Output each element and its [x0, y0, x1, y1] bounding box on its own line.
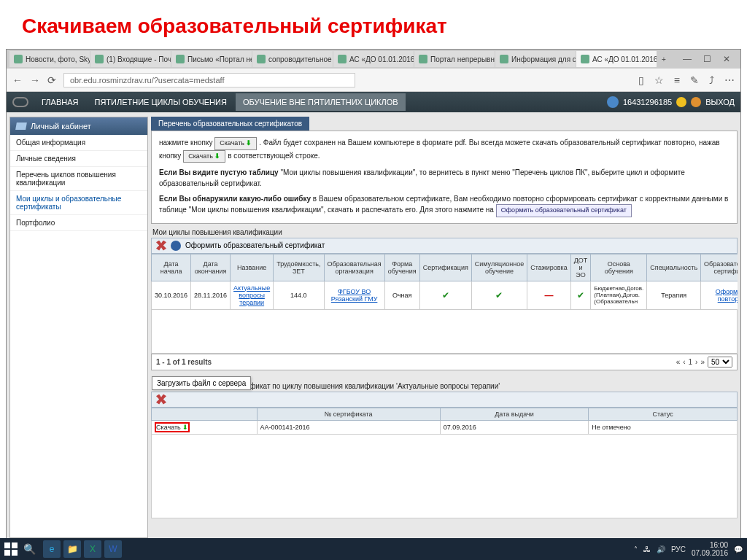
edge-icon[interactable]: e	[43, 540, 61, 558]
notes-icon[interactable]: ✎	[690, 74, 699, 86]
url-input[interactable]: obr.edu.rosminzdrav.ru/?usercata=medstaf…	[63, 73, 355, 88]
tab-favicon-icon	[338, 55, 347, 63]
col-start[interactable]: Дата начала	[152, 254, 191, 281]
browser-tab-active[interactable]: АС «ДО 01.01.2016✕	[576, 51, 657, 67]
new-tab-button[interactable]: +	[657, 55, 670, 63]
help-icon[interactable]	[691, 97, 701, 107]
tab-favicon-icon	[581, 55, 589, 63]
download-button-inline[interactable]: Скачать ⬇	[214, 137, 257, 150]
cancel-icon[interactable]	[156, 394, 166, 405]
browser-tab[interactable]: сопроводительное пи	[252, 51, 333, 67]
info-text: нажмите кнопку	[159, 139, 214, 147]
sidebar-item-portfolio[interactable]: Портфолио	[10, 215, 147, 231]
col-certnum[interactable]: № сертификата	[257, 408, 440, 420]
info-box: нажмите кнопку Скачать ⬇ . Файл будет со…	[151, 131, 738, 224]
col-cert[interactable]: Сертификация	[419, 254, 471, 281]
col-spec[interactable]: Специальность	[647, 254, 701, 281]
section-tab[interactable]: Перечень образовательных сертификатов	[151, 117, 309, 131]
word-icon[interactable]: W	[104, 540, 122, 558]
cell-certstatus: Не отмечено	[589, 420, 738, 434]
col-org[interactable]: Образовательная организация	[324, 254, 384, 281]
share-icon[interactable]: ⤴	[709, 74, 714, 86]
browser-tab[interactable]: (1) Входящие - Почта	[90, 51, 171, 67]
pager-results: 1 - 1 of 1 results	[156, 358, 212, 366]
hub-icon[interactable]: ≡	[674, 74, 680, 86]
back-icon[interactable]: ←	[12, 74, 23, 86]
feedback-icon[interactable]	[676, 97, 686, 107]
pager-last-icon[interactable]: »	[700, 358, 705, 366]
tooltip: Загрузить файл с сервера	[152, 376, 251, 390]
notification-icon[interactable]: 💬	[734, 545, 743, 553]
table-row[interactable]: 30.10.2016 28.11.2016 Актуальные вопросы…	[152, 281, 738, 309]
browser-tab[interactable]: Информация для спе	[495, 51, 576, 67]
cell-form: Очная	[384, 281, 419, 309]
nav-five-year-cycles[interactable]: ПЯТИЛЕТНИЕ ЦИКЛЫ ОБУЧЕНИЯ	[87, 93, 233, 111]
cell-basis: Бюджетная,Догов.(Платная),Догов.(Образов…	[591, 281, 647, 309]
exit-button[interactable]: ВЫХОД	[705, 98, 735, 106]
forward-icon[interactable]: →	[30, 74, 40, 86]
app-content: Личный кабинет Общая информация Личные с…	[7, 112, 740, 542]
sidebar: Личный кабинет Общая информация Личные с…	[9, 117, 148, 538]
network-icon[interactable]: 🖧	[643, 545, 651, 553]
col-sim[interactable]: Симуляционное обучение	[471, 254, 527, 281]
issue-cert-button[interactable]: Оформить образовательный сертификат	[185, 241, 325, 249]
col-zet[interactable]: Трудоёмкость, ЗЕТ	[274, 254, 324, 281]
table-row[interactable]: Скачать ⬇ АА-000141-2016 07.09.2016 Не о…	[152, 420, 738, 434]
col-name[interactable]: Название	[231, 254, 274, 281]
pagesize-select[interactable]: 50	[708, 357, 732, 368]
col-form[interactable]: Форма обучения	[384, 254, 419, 281]
slide-title: Скачиваем образовательный сертификат	[0, 0, 747, 49]
pager-first-icon[interactable]: «	[676, 358, 681, 366]
action-icon[interactable]	[171, 241, 181, 251]
reading-mode-icon[interactable]: ▯	[638, 74, 644, 86]
reissue-link[interactable]: Оформить повторно	[716, 288, 738, 303]
tray-up-icon[interactable]: ˄	[634, 545, 638, 553]
window-minimize-icon[interactable]: —	[683, 54, 692, 64]
dash-icon: —	[544, 290, 553, 300]
tab-label: АС «ДО 01.01.2016	[592, 55, 657, 63]
explorer-icon[interactable]: 📁	[63, 540, 81, 558]
reissue-cert-link[interactable]: Оформить образовательный сертификат	[496, 204, 632, 217]
browser-tab[interactable]: Письмо «Портал непр	[171, 51, 252, 67]
nav-outside-cycles[interactable]: ОБУЧЕНИЕ ВНЕ ПЯТИЛЕТНИХ ЦИКЛОВ	[236, 93, 406, 111]
col-educert[interactable]: Образовательный сертификат	[701, 254, 738, 281]
org-link[interactable]: ФГБОУ ВО Рязанский ГМУ	[331, 288, 378, 303]
volume-icon[interactable]: 🔊	[657, 545, 665, 553]
info-bold: Если Вы видите пустую таблицу	[159, 168, 279, 176]
browser-tab[interactable]: Новости, фото, Skype,	[9, 51, 90, 67]
col-end[interactable]: Дата окончания	[191, 254, 231, 281]
browser-tab[interactable]: АС «ДО 01.01.2016(се)	[333, 51, 414, 67]
col-dot[interactable]: ДОТ и ЭО	[570, 254, 591, 281]
sidebar-item-personal[interactable]: Личные сведения	[10, 151, 147, 167]
sidebar-item-my-cycles[interactable]: Мои циклы и образовательные сертификаты	[10, 191, 147, 215]
refresh-icon[interactable]: ⟳	[47, 74, 56, 86]
nav-main[interactable]: ГЛАВНАЯ	[34, 93, 85, 111]
pager-prev-icon[interactable]: ‹	[683, 358, 685, 366]
more-icon[interactable]: ⋯	[724, 74, 735, 86]
cancel-icon[interactable]	[156, 241, 166, 251]
cell-spec: Терапия	[647, 281, 701, 309]
cycles-table: Дата начала Дата окончания Название Труд…	[151, 254, 738, 310]
favorites-icon[interactable]: ☆	[654, 74, 664, 86]
download-cert-button[interactable]: Скачать ⬇	[155, 422, 190, 432]
col-certstatus[interactable]: Статус	[589, 408, 738, 420]
col-intern[interactable]: Стажировка	[527, 254, 571, 281]
window-close-icon[interactable]: ✕	[723, 54, 730, 64]
tab-favicon-icon	[14, 55, 23, 63]
pager-next-icon[interactable]: ›	[695, 358, 697, 366]
download-button-inline[interactable]: Скачать ⬇	[183, 150, 225, 163]
col-certdate[interactable]: Дата выдачи	[440, 408, 589, 420]
window-maximize-icon[interactable]: ☐	[703, 54, 711, 64]
cycle-name-link[interactable]: Актуальные вопросы терапии	[233, 284, 270, 306]
cert-table: № сертификата Дата выдачи Статус Скачать…	[151, 408, 738, 435]
start-button[interactable]	[4, 542, 18, 556]
tab-label: АС «ДО 01.01.2016(се)	[349, 55, 414, 63]
search-icon[interactable]: 🔍	[23, 543, 36, 555]
sidebar-item-general-info[interactable]: Общая информация	[10, 135, 147, 151]
sidebar-item-cycles-list[interactable]: Перечень циклов повышения квалификации	[10, 167, 147, 191]
excel-icon[interactable]: X	[84, 540, 101, 558]
browser-tab[interactable]: Портал непрерывного	[414, 51, 495, 67]
col-basis[interactable]: Основа обучения	[591, 254, 647, 281]
lang-indicator[interactable]: РУС	[671, 545, 686, 553]
clock-time[interactable]: 16:00	[692, 541, 728, 549]
